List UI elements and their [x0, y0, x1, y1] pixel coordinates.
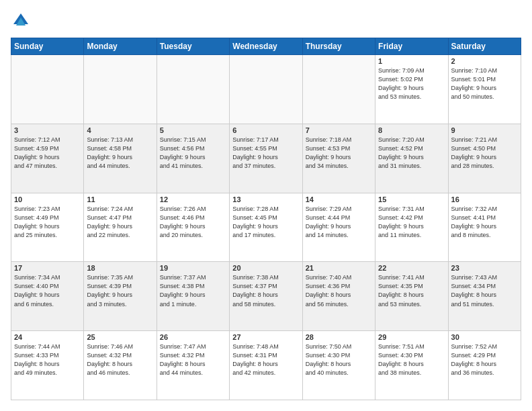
calendar-cell: 26Sunrise: 7:47 AM Sunset: 4:32 PM Dayli… [157, 331, 229, 400]
calendar-cell: 9Sunrise: 7:21 AM Sunset: 4:50 PM Daylig… [448, 124, 521, 193]
calendar-cell: 11Sunrise: 7:24 AM Sunset: 4:47 PM Dayli… [84, 193, 157, 262]
day-number: 27 [232, 333, 299, 341]
calendar-cell: 25Sunrise: 7:46 AM Sunset: 4:32 PM Dayli… [84, 331, 157, 400]
day-number: 9 [451, 126, 518, 134]
weekday-header-thursday: Thursday [302, 38, 375, 55]
day-info: Sunrise: 7:10 AM Sunset: 5:01 PM Dayligh… [451, 66, 518, 101]
day-info: Sunrise: 7:15 AM Sunset: 4:56 PM Dayligh… [160, 136, 226, 171]
weekday-header-friday: Friday [375, 38, 448, 55]
day-info: Sunrise: 7:37 AM Sunset: 4:38 PM Dayligh… [160, 273, 226, 308]
day-info: Sunrise: 7:17 AM Sunset: 4:55 PM Dayligh… [232, 136, 299, 171]
day-info: Sunrise: 7:40 AM Sunset: 4:36 PM Dayligh… [306, 273, 372, 308]
day-number: 3 [14, 126, 81, 134]
day-number: 25 [87, 333, 153, 341]
day-number: 17 [14, 264, 81, 272]
calendar-week-row: 17Sunrise: 7:34 AM Sunset: 4:40 PM Dayli… [11, 262, 521, 331]
calendar-cell: 10Sunrise: 7:23 AM Sunset: 4:49 PM Dayli… [11, 193, 84, 262]
calendar-table: SundayMondayTuesdayWednesdayThursdayFrid… [11, 38, 521, 400]
logo-icon [11, 11, 31, 31]
calendar-cell: 21Sunrise: 7:40 AM Sunset: 4:36 PM Dayli… [302, 262, 375, 331]
weekday-header-row: SundayMondayTuesdayWednesdayThursdayFrid… [11, 38, 521, 55]
day-info: Sunrise: 7:24 AM Sunset: 4:47 PM Dayligh… [87, 205, 153, 240]
calendar-cell: 4Sunrise: 7:13 AM Sunset: 4:58 PM Daylig… [84, 124, 157, 193]
day-number: 10 [14, 195, 81, 203]
calendar-cell: 7Sunrise: 7:18 AM Sunset: 4:53 PM Daylig… [302, 124, 375, 193]
day-number: 29 [378, 333, 445, 341]
weekday-header-saturday: Saturday [448, 38, 521, 55]
weekday-header-wednesday: Wednesday [230, 38, 302, 55]
day-number: 5 [160, 126, 226, 134]
day-info: Sunrise: 7:23 AM Sunset: 4:49 PM Dayligh… [14, 205, 81, 240]
day-number: 6 [232, 126, 299, 134]
calendar-cell [302, 55, 375, 124]
calendar-cell: 18Sunrise: 7:35 AM Sunset: 4:39 PM Dayli… [84, 262, 157, 331]
day-info: Sunrise: 7:12 AM Sunset: 4:59 PM Dayligh… [14, 136, 81, 171]
weekday-header-sunday: Sunday [11, 38, 84, 55]
calendar-cell: 16Sunrise: 7:32 AM Sunset: 4:41 PM Dayli… [448, 193, 521, 262]
day-info: Sunrise: 7:47 AM Sunset: 4:32 PM Dayligh… [160, 342, 226, 377]
calendar-cell: 23Sunrise: 7:43 AM Sunset: 4:34 PM Dayli… [448, 262, 521, 331]
day-info: Sunrise: 7:21 AM Sunset: 4:50 PM Dayligh… [451, 136, 518, 171]
day-info: Sunrise: 7:26 AM Sunset: 4:46 PM Dayligh… [160, 205, 226, 240]
day-number: 8 [378, 126, 445, 134]
day-number: 11 [87, 195, 153, 203]
calendar-cell: 22Sunrise: 7:41 AM Sunset: 4:35 PM Dayli… [375, 262, 448, 331]
day-info: Sunrise: 7:38 AM Sunset: 4:37 PM Dayligh… [232, 273, 299, 308]
day-number: 23 [451, 264, 518, 272]
calendar-cell: 12Sunrise: 7:26 AM Sunset: 4:46 PM Dayli… [157, 193, 229, 262]
day-info: Sunrise: 7:18 AM Sunset: 4:53 PM Dayligh… [306, 136, 372, 171]
day-info: Sunrise: 7:28 AM Sunset: 4:45 PM Dayligh… [232, 205, 299, 240]
day-info: Sunrise: 7:50 AM Sunset: 4:30 PM Dayligh… [306, 342, 372, 377]
day-info: Sunrise: 7:32 AM Sunset: 4:41 PM Dayligh… [451, 205, 518, 240]
calendar-cell: 8Sunrise: 7:20 AM Sunset: 4:52 PM Daylig… [375, 124, 448, 193]
calendar-cell: 13Sunrise: 7:28 AM Sunset: 4:45 PM Dayli… [230, 193, 302, 262]
day-number: 12 [160, 195, 226, 203]
calendar-cell: 20Sunrise: 7:38 AM Sunset: 4:37 PM Dayli… [230, 262, 302, 331]
day-number: 15 [378, 195, 445, 203]
day-info: Sunrise: 7:51 AM Sunset: 4:30 PM Dayligh… [378, 342, 445, 377]
day-info: Sunrise: 7:29 AM Sunset: 4:44 PM Dayligh… [306, 205, 372, 240]
day-number: 1 [378, 57, 445, 65]
header [11, 11, 521, 31]
calendar-cell [11, 55, 84, 124]
calendar-cell: 6Sunrise: 7:17 AM Sunset: 4:55 PM Daylig… [230, 124, 302, 193]
calendar-cell: 19Sunrise: 7:37 AM Sunset: 4:38 PM Dayli… [157, 262, 229, 331]
calendar-cell: 27Sunrise: 7:48 AM Sunset: 4:31 PM Dayli… [230, 331, 302, 400]
day-number: 28 [306, 333, 372, 341]
calendar-week-row: 24Sunrise: 7:44 AM Sunset: 4:33 PM Dayli… [11, 331, 521, 400]
calendar-cell: 15Sunrise: 7:31 AM Sunset: 4:42 PM Dayli… [375, 193, 448, 262]
calendar-cell: 14Sunrise: 7:29 AM Sunset: 4:44 PM Dayli… [302, 193, 375, 262]
calendar-cell: 17Sunrise: 7:34 AM Sunset: 4:40 PM Dayli… [11, 262, 84, 331]
day-number: 22 [378, 264, 445, 272]
calendar-week-row: 3Sunrise: 7:12 AM Sunset: 4:59 PM Daylig… [11, 124, 521, 193]
day-number: 2 [451, 57, 518, 65]
logo [11, 11, 34, 31]
day-number: 7 [306, 126, 372, 134]
day-info: Sunrise: 7:46 AM Sunset: 4:32 PM Dayligh… [87, 342, 153, 377]
day-info: Sunrise: 7:34 AM Sunset: 4:40 PM Dayligh… [14, 273, 81, 308]
calendar-week-row: 10Sunrise: 7:23 AM Sunset: 4:49 PM Dayli… [11, 193, 521, 262]
day-info: Sunrise: 7:31 AM Sunset: 4:42 PM Dayligh… [378, 205, 445, 240]
day-number: 14 [306, 195, 372, 203]
page: SundayMondayTuesdayWednesdayThursdayFrid… [0, 0, 532, 411]
day-number: 20 [232, 264, 299, 272]
day-number: 21 [306, 264, 372, 272]
calendar-week-row: 1Sunrise: 7:09 AM Sunset: 5:02 PM Daylig… [11, 55, 521, 124]
calendar-cell: 3Sunrise: 7:12 AM Sunset: 4:59 PM Daylig… [11, 124, 84, 193]
day-info: Sunrise: 7:35 AM Sunset: 4:39 PM Dayligh… [87, 273, 153, 308]
calendar-cell [157, 55, 229, 124]
calendar-cell: 29Sunrise: 7:51 AM Sunset: 4:30 PM Dayli… [375, 331, 448, 400]
day-number: 13 [232, 195, 299, 203]
day-info: Sunrise: 7:20 AM Sunset: 4:52 PM Dayligh… [378, 136, 445, 171]
calendar-cell: 5Sunrise: 7:15 AM Sunset: 4:56 PM Daylig… [157, 124, 229, 193]
day-number: 19 [160, 264, 226, 272]
day-info: Sunrise: 7:41 AM Sunset: 4:35 PM Dayligh… [378, 273, 445, 308]
calendar-cell: 28Sunrise: 7:50 AM Sunset: 4:30 PM Dayli… [302, 331, 375, 400]
calendar-cell: 30Sunrise: 7:52 AM Sunset: 4:29 PM Dayli… [448, 331, 521, 400]
day-number: 4 [87, 126, 153, 134]
calendar-cell [84, 55, 157, 124]
day-info: Sunrise: 7:13 AM Sunset: 4:58 PM Dayligh… [87, 136, 153, 171]
day-info: Sunrise: 7:52 AM Sunset: 4:29 PM Dayligh… [451, 342, 518, 377]
day-info: Sunrise: 7:43 AM Sunset: 4:34 PM Dayligh… [451, 273, 518, 308]
day-info: Sunrise: 7:48 AM Sunset: 4:31 PM Dayligh… [232, 342, 299, 377]
